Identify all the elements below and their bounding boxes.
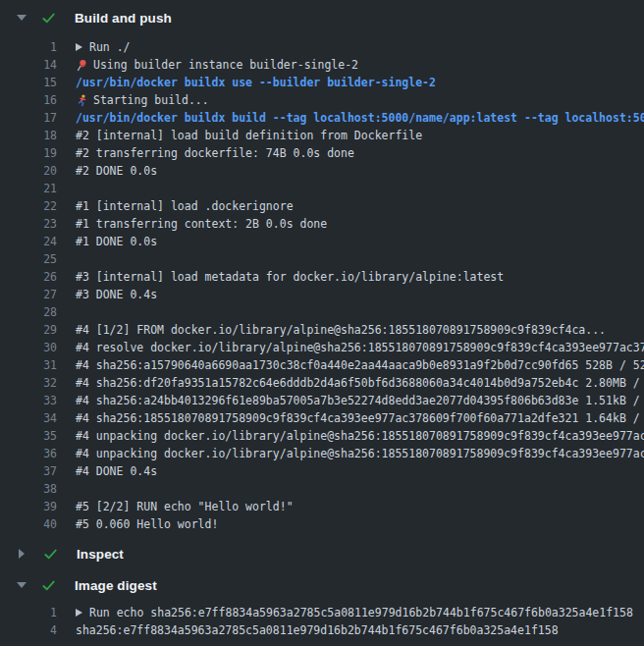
log-line: 22#1 [internal] load .dockerignore	[0, 197, 644, 215]
log-text-content: #5 0.060 Hello world!	[76, 515, 218, 533]
caret-down-icon	[17, 582, 27, 588]
log-line: 36#4 unpacking docker.io/library/alpine@…	[0, 445, 644, 462]
line-number-link[interactable]: 33	[0, 392, 57, 409]
log-text: Starting build...	[76, 91, 209, 109]
log-text-content: /usr/bin/docker buildx use --builder bui…	[76, 74, 436, 91]
log-line: 29#4 [1/2] FROM docker.io/library/alpine…	[0, 321, 644, 339]
log-text: #4 [1/2] FROM docker.io/library/alpine@s…	[76, 321, 606, 339]
log-line: 31#4 sha256:a15790640a6690aa1730c38cf0a4…	[0, 356, 644, 374]
line-number-link[interactable]: 27	[0, 286, 57, 303]
check-icon	[41, 578, 56, 593]
line-number-link[interactable]: 37	[0, 462, 57, 480]
section-header-image-digest[interactable]: Image digest	[0, 573, 644, 597]
log-text-content: #4 sha256:df20fa9351a15782c64e6dddb2d4a6…	[76, 374, 644, 392]
line-number-link[interactable]: 1	[0, 38, 57, 56]
log-text-content: #2 [internal] load build definition from…	[76, 127, 422, 144]
line-number-link[interactable]: 14	[0, 56, 57, 74]
line-number-link[interactable]: 35	[0, 427, 57, 445]
log-text-content: #1 [internal] load .dockerignore	[76, 197, 294, 215]
line-number-link[interactable]: 18	[0, 127, 57, 144]
log-text: #1 transferring context: 2B 0.0s done	[76, 215, 327, 233]
line-number-link[interactable]: 28	[0, 303, 57, 321]
log-text: #4 sha256:df20fa9351a15782c64e6dddb2d4a6…	[76, 374, 644, 392]
line-number-link[interactable]: 23	[0, 215, 57, 233]
log-line: 35#4 unpacking docker.io/library/alpine@…	[0, 427, 644, 445]
log-text-content: #4 resolve docker.io/library/alpine@sha2…	[76, 339, 644, 356]
line-number-link[interactable]: 36	[0, 445, 57, 462]
log-text-content: /usr/bin/docker buildx build --tag local…	[76, 109, 644, 127]
line-number-link[interactable]: 21	[0, 180, 57, 197]
log-text-content: #4 unpacking docker.io/library/alpine@sh…	[76, 427, 644, 445]
log-line: 19#2 transferring dockerfile: 74B 0.0s d…	[0, 144, 644, 162]
log-text-content: #4 sha256:a24bb4013296f61e89ba57005a7b3e…	[76, 392, 644, 409]
log-text: #4 sha256:185518070891758909c9f839cf4ca3…	[76, 409, 644, 427]
log-line: 37#4 DONE 0.4s	[0, 462, 644, 480]
line-number-link[interactable]: 24	[0, 233, 57, 250]
log-text: #2 DONE 0.0s	[76, 162, 157, 180]
log-text: #2 transferring dockerfile: 74B 0.0s don…	[76, 144, 354, 162]
log-text: Run echo sha256:e7ff8834a5963a2785c5a081…	[76, 604, 633, 621]
log-text: Run ./	[76, 38, 131, 56]
section-header-inspect[interactable]: Inspect	[0, 542, 644, 565]
line-number-link[interactable]: 20	[0, 162, 57, 180]
pushpin-icon	[76, 59, 87, 72]
log-line: 27#3 DONE 0.4s	[0, 286, 644, 303]
log-line: 4sha256:e7ff8834a5963a2785c5a0811e979d16…	[0, 621, 644, 639]
log-text-content: #4 unpacking docker.io/library/alpine@sh…	[76, 445, 644, 462]
actions-log-viewer: Build and push1Run ./14Using builder ins…	[0, 0, 644, 646]
log-line: 20#2 DONE 0.0s	[0, 162, 644, 180]
line-number-link[interactable]: 38	[0, 480, 57, 498]
log-text-content: Starting build...	[93, 91, 209, 109]
log-text: #3 DONE 0.4s	[76, 286, 157, 303]
line-number-link[interactable]: 22	[0, 197, 57, 215]
log-text: sha256:e7ff8834a5963a2785c5a0811e979d16b…	[76, 621, 559, 639]
log-line: 16Starting build...	[0, 91, 644, 109]
caret-down-icon	[17, 15, 27, 21]
check-icon	[41, 11, 56, 26]
log-text: #5 0.060 Hello world!	[76, 515, 218, 533]
log-line: 30#4 resolve docker.io/library/alpine@sh…	[0, 339, 644, 356]
log-text: #2 [internal] load build definition from…	[76, 127, 422, 144]
log-text: #4 sha256:a15790640a6690aa1730c38cf0a440…	[76, 356, 644, 374]
log-text: #1 DONE 0.0s	[76, 233, 157, 250]
section-title: Build and push	[75, 11, 172, 26]
log-lines-build-and-push: 1Run ./14Using builder instance builder-…	[0, 29, 644, 542]
log-line: 21	[0, 180, 644, 197]
section-header-build-and-push[interactable]: Build and push	[0, 6, 644, 29]
line-number-link[interactable]: 34	[0, 409, 57, 427]
line-number-link[interactable]: 19	[0, 144, 57, 162]
log-text: Using builder instance builder-single-2	[76, 56, 358, 74]
log-line: 23#1 transferring context: 2B 0.0s done	[0, 215, 644, 233]
log-text-content: Run echo sha256:e7ff8834a5963a2785c5a081…	[89, 604, 633, 621]
log-text: /usr/bin/docker buildx build --tag local…	[76, 109, 644, 127]
line-number-link[interactable]: 17	[0, 109, 57, 127]
line-number-link[interactable]: 1	[0, 604, 57, 621]
log-line: 33#4 sha256:a24bb4013296f61e89ba57005a7b…	[0, 392, 644, 409]
line-number-link[interactable]: 30	[0, 339, 57, 356]
line-number-link[interactable]: 4	[0, 621, 57, 639]
line-number-link[interactable]: 29	[0, 321, 57, 339]
line-number-link[interactable]: 16	[0, 91, 57, 109]
section-title: Image digest	[75, 578, 157, 593]
log-text-content: #4 sha256:a15790640a6690aa1730c38cf0a440…	[76, 356, 644, 374]
log-line: 1Run echo sha256:e7ff8834a5963a2785c5a08…	[0, 604, 644, 621]
line-number-link[interactable]: 25	[0, 250, 57, 268]
line-number-link[interactable]: 39	[0, 498, 57, 515]
log-text: #4 unpacking docker.io/library/alpine@sh…	[76, 445, 644, 462]
log-line: 39#5 [2/2] RUN echo "Hello world!"	[0, 498, 644, 515]
log-line: 24#1 DONE 0.0s	[0, 233, 644, 250]
section-title: Inspect	[77, 547, 124, 562]
line-number-link[interactable]: 32	[0, 374, 57, 392]
log-lines-image-digest: 1Run echo sha256:e7ff8834a5963a2785c5a08…	[0, 597, 644, 639]
line-number-link[interactable]: 26	[0, 268, 57, 286]
log-text: #4 unpacking docker.io/library/alpine@sh…	[76, 427, 644, 445]
log-text: #1 [internal] load .dockerignore	[76, 197, 294, 215]
log-text-content: #4 sha256:185518070891758909c9f839cf4ca3…	[76, 409, 644, 427]
log-line: 18#2 [internal] load build definition fr…	[0, 127, 644, 144]
line-number-link[interactable]: 15	[0, 74, 57, 91]
log-text-content: Run ./	[89, 38, 131, 56]
line-number-link[interactable]: 31	[0, 356, 57, 374]
line-number-link[interactable]: 40	[0, 515, 57, 533]
log-text-content: #3 DONE 0.4s	[76, 286, 157, 303]
log-text: #5 [2/2] RUN echo "Hello world!"	[76, 498, 294, 515]
